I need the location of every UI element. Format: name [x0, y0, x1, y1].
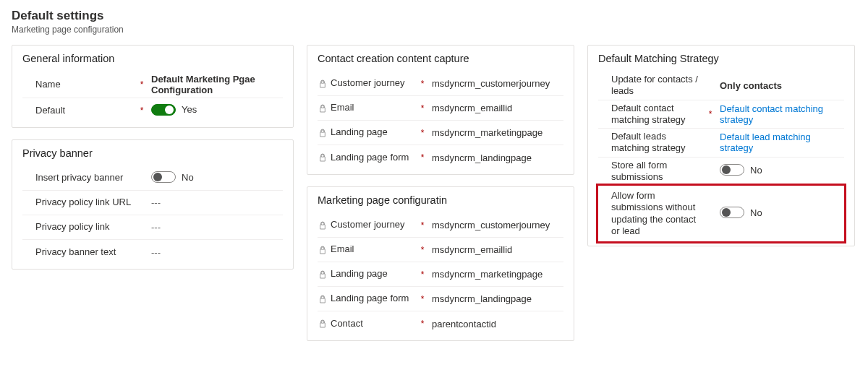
insert-privacy-toggle[interactable]: No — [151, 171, 194, 183]
field-value[interactable]: --- — [147, 197, 283, 208]
locked-field-row: Email*msdyncrm_emaillid — [318, 96, 563, 121]
locked-field-row: Customer journey*msdyncrm_customerjourne… — [318, 213, 563, 238]
field-label: Contact — [331, 318, 417, 329]
allow-submissions-row: Allow form submissions without updating … — [598, 188, 844, 239]
update-for-row: Update for contacts / leads Only contact… — [598, 72, 844, 100]
locked-field-row: Email*msdyncrm_emaillid — [318, 238, 563, 262]
required-indicator: * — [417, 79, 427, 89]
field-label: Landing page form — [331, 293, 417, 304]
default-matching-strategy-card: Default Matching Strategy Update for con… — [587, 45, 855, 246]
privacy-url-row: Privacy policy link URL --- — [22, 191, 283, 215]
field-label: Landing page — [331, 126, 417, 138]
locked-field-row: Landing page*msdyncrm_marketingpage — [318, 262, 563, 287]
lock-icon — [318, 104, 328, 113]
lock-icon — [318, 79, 328, 88]
field-value[interactable]: msdyncrm_landingpage — [427, 293, 563, 304]
field-label: Email — [331, 102, 417, 113]
field-label: Landing page — [331, 268, 417, 280]
toggle-label: No — [182, 172, 194, 183]
allow-submissions-highlight: Allow form submissions without updating … — [596, 184, 846, 243]
required-indicator: * — [417, 128, 427, 138]
field-label: Name — [35, 79, 137, 90]
lock-icon — [318, 221, 328, 230]
field-label: Privacy banner text — [35, 246, 137, 258]
toggle-label: No — [750, 207, 762, 218]
field-value[interactable]: msdyncrm_emaillid — [427, 244, 563, 255]
field-value[interactable]: msdyncrm_customerjourney — [427, 78, 563, 89]
field-label: Store all form submissions — [611, 160, 705, 184]
field-label: Default leads matching strategy — [611, 131, 705, 155]
field-value-link[interactable]: Default lead matching strategy — [715, 132, 844, 153]
privacy-text-row: Privacy banner text --- — [22, 240, 283, 264]
allow-submissions-toggle[interactable]: No — [720, 207, 762, 218]
field-label: Privacy policy link URL — [35, 197, 137, 208]
required-indicator: * — [417, 270, 427, 280]
page-subtitle: Marketing page configuration — [12, 25, 856, 35]
locked-field-row: Landing page*msdyncrm_marketingpage — [318, 121, 563, 145]
required-indicator: * — [417, 294, 427, 304]
required-indicator: * — [705, 109, 715, 119]
locked-field-row: Landing page form*msdyncrm_landingpage — [318, 145, 563, 170]
privacy-link-row: Privacy policy link --- — [22, 215, 283, 240]
field-label: Customer journey — [331, 219, 417, 230]
required-indicator: * — [137, 79, 147, 90]
required-indicator: * — [417, 245, 427, 255]
field-label: Default contact matching strategy — [611, 103, 705, 126]
default-lead-strategy-row: Default leads matching strategy Default … — [598, 129, 844, 158]
lock-icon — [318, 319, 328, 328]
toggle-label: Yes — [182, 104, 197, 115]
field-value-link[interactable]: Default contact matching strategy — [715, 103, 844, 125]
locked-field-row: Customer journey*msdyncrm_customerjourne… — [318, 72, 563, 96]
field-label: Update for contacts / leads — [611, 74, 705, 98]
field-label: Customer journey — [331, 77, 417, 89]
field-value[interactable]: msdyncrm_marketingpage — [427, 127, 563, 138]
field-label: Allow form submissions without updating … — [611, 190, 705, 237]
marketing-page-config-card: Marketing page configuratin Customer jou… — [307, 186, 574, 341]
card-title: General information — [22, 53, 283, 64]
default-toggle[interactable]: Yes — [151, 104, 197, 116]
field-value[interactable]: --- — [147, 222, 283, 233]
lock-icon — [318, 246, 328, 254]
name-value[interactable]: Default Marketing Pgae Configuration — [147, 74, 283, 95]
field-value[interactable]: Only contacts — [715, 80, 844, 91]
locked-field-row: Landing page form*msdyncrm_landingpage — [318, 287, 563, 311]
field-label: Default — [35, 105, 137, 116]
field-value[interactable]: --- — [147, 247, 283, 258]
lock-icon — [318, 295, 328, 303]
insert-privacy-row: Insert privacy banner No — [22, 166, 283, 191]
field-value[interactable]: msdyncrm_customerjourney — [427, 220, 563, 230]
store-all-submissions-row: Store all form submissions No — [598, 158, 844, 186]
field-value[interactable]: msdyncrm_marketingpage — [427, 269, 563, 280]
lock-icon — [318, 270, 328, 279]
page-title: Default settings — [12, 9, 856, 23]
card-title: Default Matching Strategy — [598, 53, 844, 64]
field-label: Insert privacy banner — [35, 172, 137, 184]
required-indicator: * — [137, 105, 147, 116]
field-label: Privacy policy link — [35, 221, 137, 233]
store-all-toggle[interactable]: No — [720, 164, 762, 176]
toggle-label: No — [750, 165, 762, 176]
required-indicator: * — [417, 103, 427, 113]
lock-icon — [318, 153, 328, 162]
field-value[interactable]: msdyncrm_landingpage — [427, 152, 563, 163]
required-indicator: * — [417, 152, 427, 163]
card-title: Contact creation content capture — [318, 53, 563, 64]
field-label: Landing page form — [331, 152, 417, 163]
card-title: Marketing page configuratin — [318, 194, 563, 206]
locked-field-row: Contact*parentcontactid — [318, 311, 563, 336]
name-row: Name * Default Marketing Pgae Configurat… — [22, 72, 283, 98]
field-value[interactable]: parentcontactid — [427, 319, 563, 329]
field-value[interactable]: msdyncrm_emaillid — [427, 103, 563, 113]
default-row: Default * Yes — [22, 98, 283, 123]
privacy-banner-card: Privacy banner Insert privacy banner No … — [12, 139, 294, 270]
general-information-card: General information Name * Default Marke… — [12, 45, 294, 128]
contact-creation-card: Contact creation content capture Custome… — [307, 45, 574, 175]
default-contact-strategy-row: Default contact matching strategy * Defa… — [598, 100, 844, 129]
lock-icon — [318, 129, 328, 137]
required-indicator: * — [417, 220, 427, 230]
field-label: Email — [331, 243, 417, 255]
required-indicator: * — [417, 319, 427, 329]
card-title: Privacy banner — [22, 147, 283, 159]
